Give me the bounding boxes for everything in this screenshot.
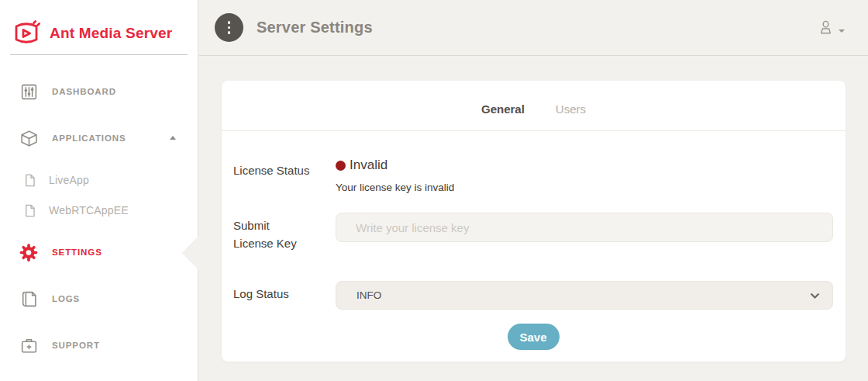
dashboard-icon (19, 81, 39, 102)
sidebar-item-label: APPLICATIONS (52, 133, 126, 143)
sidebar-item-webrtcappee[interactable]: WebRTCAppEE (0, 201, 198, 220)
submit-license-label: Submit License Key (233, 213, 305, 252)
server-settings-card: General Users License Status Invalid You… (222, 81, 846, 362)
license-key-input[interactable] (336, 213, 833, 242)
sidebar-item-support[interactable]: SUPPORT (0, 336, 198, 355)
file-icon (22, 203, 37, 218)
sidebar-item-label: LiveApp (49, 174, 89, 186)
sidebar-nav: DASHBOARD APPLICATIONS LiveApp (0, 82, 198, 355)
tab-general[interactable]: General (481, 102, 525, 116)
license-status-label: License Status (233, 158, 336, 179)
sidebar-item-liveapp[interactable]: LiveApp (0, 171, 198, 189)
logs-icon (19, 289, 39, 309)
sidebar-item-label: LOGS (52, 294, 80, 303)
chevron-down-icon (839, 29, 845, 33)
file-icon (22, 172, 37, 188)
sidebar-item-settings[interactable]: SETTINGS (0, 243, 198, 262)
ant-media-logo-icon (11, 19, 42, 47)
submit-license-row: Submit License Key (233, 213, 833, 252)
license-status-description: Your license key is invalid (336, 182, 833, 193)
license-status-row: License Status Invalid Your license key … (233, 158, 833, 193)
first-aid-icon (19, 335, 39, 355)
top-bar: Server Settings (199, 0, 868, 56)
log-status-row: Log Status INFO (233, 281, 833, 310)
page-title: Server Settings (257, 19, 373, 36)
sidebar-divider (10, 54, 188, 55)
user-menu[interactable] (817, 19, 845, 36)
settings-tabs: General Users (222, 81, 846, 116)
logo-text: Ant Media Server (50, 25, 172, 42)
sidebar-item-label: SUPPORT (52, 341, 100, 350)
main-area: Server Settings General Users License St… (199, 0, 868, 381)
sidebar: Ant Media Server DASHBOARD (0, 0, 198, 381)
general-settings-form: License Status Invalid Your license key … (222, 131, 846, 350)
collapse-caret-icon[interactable] (170, 136, 176, 140)
sidebar-item-applications[interactable]: APPLICATIONS (0, 129, 198, 147)
kebab-menu-button[interactable] (215, 13, 243, 42)
log-status-label: Log Status (233, 281, 336, 303)
status-dot-icon (336, 161, 346, 171)
sidebar-item-dashboard[interactable]: DASHBOARD (0, 82, 198, 101)
license-status-value-line: Invalid (336, 158, 833, 173)
sidebar-item-label: DASHBOARD (52, 87, 116, 96)
save-row: Save (233, 324, 833, 350)
gear-icon (19, 242, 39, 262)
sidebar-item-logs[interactable]: LOGS (0, 289, 198, 308)
save-button[interactable]: Save (508, 324, 560, 350)
license-status-value: Invalid (350, 158, 388, 173)
sidebar-item-label: SETTINGS (52, 248, 102, 257)
sidebar-item-label: WebRTCAppEE (49, 204, 129, 216)
user-icon (817, 19, 835, 36)
package-icon (19, 128, 39, 148)
logo[interactable]: Ant Media Server (0, 0, 198, 54)
log-status-select[interactable]: INFO (336, 281, 833, 310)
tab-users[interactable]: Users (556, 102, 586, 116)
